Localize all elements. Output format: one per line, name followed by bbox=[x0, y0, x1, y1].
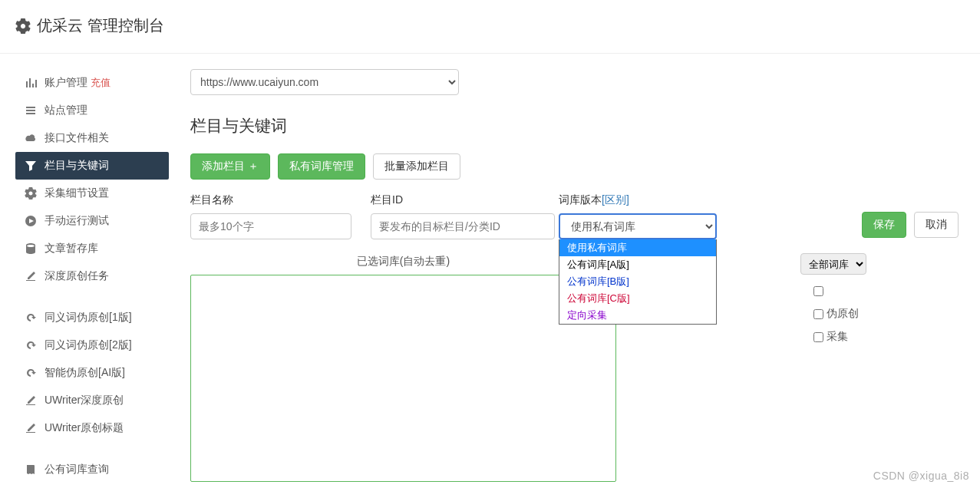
edit-icon bbox=[25, 422, 37, 434]
toolbar: 添加栏目 ＋ 私有词库管理 批量添加栏目 bbox=[190, 153, 959, 180]
sidebar-item-uwriter-deep[interactable]: UWriter深度原创 bbox=[15, 387, 169, 414]
form-row: 栏目名称 栏目ID 词库版本[区别] 使用私有词库 使用私有词库公有词库[A版]… bbox=[190, 193, 959, 239]
version-option[interactable]: 公有词库[C版] bbox=[559, 290, 716, 307]
sidebar-item-label: 智能伪原创[AI版] bbox=[45, 366, 125, 380]
lib-filter: 全部词库 bbox=[800, 253, 866, 275]
sidebar-item-syn2[interactable]: 同义词伪原创[2版] bbox=[15, 331, 169, 359]
site-select[interactable]: https://www.ucaiyun.com bbox=[190, 69, 459, 95]
lib-checkbox[interactable] bbox=[813, 286, 823, 296]
add-column-button[interactable]: 添加栏目 ＋ bbox=[190, 153, 270, 180]
section-title: 栏目与关键词 bbox=[190, 115, 959, 137]
column-name-label: 栏目名称 bbox=[190, 193, 351, 207]
sidebar-item-label: 站点管理 bbox=[45, 104, 87, 117]
version-option[interactable]: 使用私有词库 bbox=[559, 239, 716, 256]
bulk-add-button[interactable]: 批量添加栏目 bbox=[373, 153, 460, 180]
sidebar-item-label: 同义词伪原创[1版] bbox=[45, 311, 132, 325]
lib-row: 采集259词 bbox=[813, 325, 980, 348]
gear-icon bbox=[15, 18, 31, 34]
version-label-text: 词库版本 bbox=[559, 193, 602, 206]
sidebar-item-public-lib[interactable]: 公有词库查询 bbox=[15, 456, 169, 483]
version-diff-link[interactable]: [区别] bbox=[602, 193, 629, 206]
app-title: 优采云 管理控制台 bbox=[37, 15, 164, 36]
refresh-icon bbox=[25, 339, 37, 351]
lib-checkbox[interactable] bbox=[813, 332, 823, 342]
database-icon bbox=[25, 242, 37, 255]
selected-libs-panel: 已选词库(自动去重) bbox=[190, 255, 616, 482]
save-button[interactable]: 保存 bbox=[862, 212, 906, 238]
edit-icon bbox=[25, 394, 37, 407]
selected-libs-title: 已选词库(自动去重) bbox=[190, 255, 616, 269]
sidebar-item-label: 公有词库查询 bbox=[45, 463, 109, 476]
sidebar-item-manual[interactable]: 手动运行测试 bbox=[15, 207, 169, 235]
sidebar-item-syn1[interactable]: 同义词伪原创[1版] bbox=[15, 304, 169, 331]
version-option[interactable]: 公有词库[A版] bbox=[559, 256, 716, 273]
bar-chart-icon bbox=[25, 77, 37, 89]
sidebar-badge[interactable]: 充值 bbox=[91, 76, 111, 90]
sidebar-item-site[interactable]: 站点管理 bbox=[15, 97, 169, 124]
gears-icon bbox=[25, 187, 37, 199]
sidebar-item-label: UWriter深度原创 bbox=[45, 394, 124, 407]
lib-checkbox[interactable] bbox=[813, 309, 823, 319]
sidebar-item-ai[interactable]: 智能伪原创[AI版] bbox=[15, 359, 169, 387]
lib-row: 伪原创186词 bbox=[813, 302, 980, 325]
sidebar-item-account[interactable]: 账户管理充值 bbox=[15, 69, 169, 97]
sidebar-item-label: 接口文件相关 bbox=[45, 131, 109, 145]
lib-filter-select[interactable]: 全部词库 bbox=[800, 253, 866, 275]
version-option[interactable]: 定向采集 bbox=[559, 307, 716, 324]
list-icon bbox=[25, 104, 37, 117]
lib-name: 伪原创 bbox=[827, 307, 859, 321]
column-name-input[interactable] bbox=[190, 213, 351, 239]
version-option[interactable]: 公有词库[B版] bbox=[559, 273, 716, 290]
cloud-icon bbox=[25, 132, 37, 144]
sidebar-item-label: 账户管理 bbox=[45, 76, 87, 90]
lib-name: 采集 bbox=[827, 330, 848, 344]
refresh-icon bbox=[25, 367, 37, 379]
lib-row: 98词 bbox=[813, 279, 980, 302]
sidebar-item-label: 采集细节设置 bbox=[45, 186, 109, 200]
sidebar-item-label: 栏目与关键词 bbox=[45, 159, 109, 173]
sidebar-item-label: UWriter原创标题 bbox=[45, 421, 124, 435]
refresh-icon bbox=[25, 312, 37, 324]
sidebar-item-detail[interactable]: 采集细节设置 bbox=[15, 180, 169, 207]
main-content: https://www.ucaiyun.com 栏目与关键词 添加栏目 ＋ 私有… bbox=[169, 54, 980, 488]
version-label: 词库版本[区别] bbox=[559, 193, 717, 207]
sidebar-item-storage[interactable]: 文章暂存库 bbox=[15, 235, 169, 262]
watermark: CSDN @xigua_8i8 bbox=[873, 470, 969, 482]
version-select[interactable]: 使用私有词库 bbox=[559, 213, 717, 239]
edit-icon bbox=[25, 270, 37, 282]
filter-icon bbox=[25, 160, 37, 172]
sidebar-item-label: 同义词伪原创[2版] bbox=[45, 338, 132, 352]
sidebar-item-columns[interactable]: 栏目与关键词 bbox=[15, 152, 169, 180]
app-header: 优采云 管理控制台 bbox=[0, 0, 980, 54]
sidebar-item-uwriter-title[interactable]: UWriter原创标题 bbox=[15, 414, 169, 442]
column-id-input[interactable] bbox=[371, 213, 555, 239]
cancel-button[interactable]: 取消 bbox=[914, 212, 959, 238]
lib-list: 98词伪原创186词采集259词 bbox=[813, 279, 980, 348]
sidebar-item-label: 文章暂存库 bbox=[45, 242, 98, 256]
book-icon bbox=[25, 463, 37, 476]
sidebar-item-deep[interactable]: 深度原创任务 bbox=[15, 262, 169, 290]
sidebar-item-label: 手动运行测试 bbox=[45, 214, 109, 228]
sidebar: 账户管理充值站点管理接口文件相关栏目与关键词采集细节设置手动运行测试文章暂存库深… bbox=[0, 54, 169, 488]
version-dropdown-list: 使用私有词库公有词库[A版]公有词库[B版]公有词库[C版]定向采集 bbox=[559, 239, 717, 325]
sidebar-item-interface[interactable]: 接口文件相关 bbox=[15, 124, 169, 152]
selected-libs-box[interactable] bbox=[190, 275, 616, 482]
sidebar-item-label: 深度原创任务 bbox=[45, 269, 109, 283]
column-id-label: 栏目ID bbox=[371, 193, 555, 207]
private-lib-button[interactable]: 私有词库管理 bbox=[278, 153, 365, 180]
play-circle-icon bbox=[25, 215, 37, 227]
